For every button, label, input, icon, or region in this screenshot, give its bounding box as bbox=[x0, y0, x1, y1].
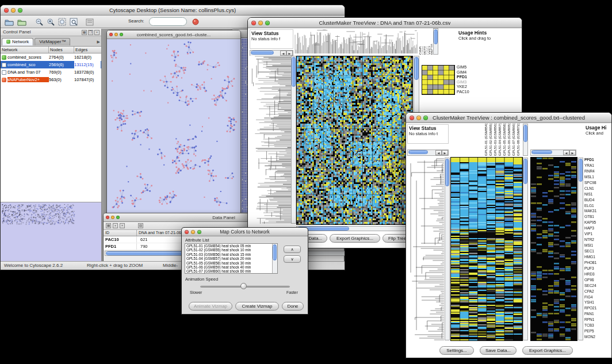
row-dendrogram[interactable] bbox=[407, 158, 444, 340]
attribute-list-item[interactable]: GPL51-05 (GSM858) heat shock 30 min bbox=[185, 261, 277, 265]
move-up-button[interactable]: ∧ bbox=[284, 246, 301, 253]
zoom-icon[interactable] bbox=[423, 116, 428, 120]
scroll-thumb[interactable] bbox=[251, 51, 274, 55]
map-colors-dialog[interactable]: Map Colors to Network Attribute List GPL… bbox=[181, 227, 308, 315]
heatmap-hscroll[interactable] bbox=[296, 226, 413, 231]
list-vscroll[interactable] bbox=[272, 244, 277, 273]
attribute-list-item[interactable]: GPL51-07 (GSM860) heat shock 60 min bbox=[185, 269, 277, 273]
scroll-thumb[interactable] bbox=[579, 159, 583, 182]
scroll-thumb[interactable] bbox=[273, 244, 277, 260]
zoom-icon[interactable] bbox=[18, 8, 22, 13]
export-graphics-button[interactable]: Export Graphics... bbox=[522, 346, 573, 355]
network-row[interactable]: sNAPuberNov2+563(0)107847(0) bbox=[1, 76, 101, 83]
treeview-combined-titlebar[interactable]: ClusterMaker TreeView : combined_scores_… bbox=[406, 113, 611, 123]
create-attribute-icon[interactable]: + bbox=[113, 223, 118, 228]
attribute-list-item[interactable]: GPL51-04 (GSM857) heat shock 20 min bbox=[185, 256, 277, 260]
close-icon[interactable] bbox=[109, 33, 113, 36]
export-graphics-button[interactable]: Export Graphics... bbox=[330, 234, 380, 243]
heatmap-view[interactable] bbox=[296, 56, 413, 225]
import-network-icon[interactable] bbox=[17, 17, 27, 26]
scroll-right-icon[interactable] bbox=[442, 150, 448, 155]
dock-icon[interactable]: ▦ bbox=[82, 30, 87, 35]
tree-vscroll[interactable] bbox=[445, 158, 450, 340]
close-panel-icon[interactable]: × bbox=[94, 30, 100, 35]
speed-slider-thumb[interactable] bbox=[240, 283, 247, 289]
zoom-in-icon[interactable] bbox=[45, 17, 56, 26]
secondary-hscroll[interactable] bbox=[530, 150, 576, 156]
close-icon[interactable] bbox=[251, 21, 256, 25]
close-icon[interactable] bbox=[106, 216, 109, 219]
done-button[interactable]: Done bbox=[282, 302, 304, 311]
attribute-list-item[interactable]: GPL51-01 (GSM854) heat shock 05 min bbox=[185, 244, 277, 248]
network-overview-thumbnail[interactable] bbox=[1, 202, 101, 261]
column-dendrogram[interactable] bbox=[294, 28, 418, 53]
correlation-matrix[interactable] bbox=[422, 65, 455, 95]
zoom-icon[interactable] bbox=[265, 21, 270, 25]
scroll-thumb[interactable] bbox=[531, 150, 552, 154]
scroll-left-icon[interactable] bbox=[563, 150, 569, 155]
secondary-heatmap[interactable] bbox=[530, 157, 577, 341]
settings-button[interactable]: Settings... bbox=[439, 346, 474, 355]
network-frame-titlebar[interactable]: combined_scores_good.txt--cluste... bbox=[107, 30, 240, 39]
animate-vizmap-button[interactable]: Animate Vizmap bbox=[189, 302, 232, 311]
zoom-fit-icon[interactable] bbox=[57, 17, 67, 26]
annotation-icon[interactable] bbox=[85, 17, 95, 26]
tree-hscroll[interactable] bbox=[407, 150, 449, 156]
float-icon[interactable]: ❐ bbox=[88, 30, 93, 35]
attribute-list-item[interactable]: GPL51-02 (GSM855) heat shock 10 min bbox=[185, 248, 277, 252]
plugin-icon[interactable] bbox=[190, 17, 201, 26]
create-vizmap-button[interactable]: Create Vizmap bbox=[235, 302, 279, 311]
attribute-list[interactable]: GPL51-01 (GSM854) heat shock 05 minGPL51… bbox=[185, 243, 278, 274]
col-nodes[interactable]: Nodes bbox=[49, 47, 74, 53]
labels-vscroll[interactable] bbox=[523, 124, 528, 156]
col-network[interactable]: Network bbox=[1, 47, 49, 53]
scroll-thumb[interactable] bbox=[523, 125, 527, 142]
col-edges[interactable]: Edges bbox=[74, 47, 101, 53]
tab-vizmapper[interactable]: VizMapper™ bbox=[35, 38, 70, 45]
scroll-thumb[interactable] bbox=[434, 29, 438, 44]
attribute-list-item[interactable]: GPL51-03 (GSM856) heat shock 15 min bbox=[185, 252, 277, 256]
heatmap-view[interactable] bbox=[450, 157, 523, 341]
network-row[interactable]: DNA and Tran 07769(0)183728(0) bbox=[1, 68, 101, 76]
labels-vscroll[interactable] bbox=[433, 28, 438, 55]
search-input[interactable] bbox=[149, 17, 187, 26]
attribute-list-item[interactable]: GPL51-06 (GSM859) heat shock 40 min bbox=[185, 265, 277, 269]
network-row[interactable]: combined_sco2569(6)13112(15) bbox=[1, 61, 101, 68]
zoom-out-icon[interactable] bbox=[34, 17, 44, 26]
scroll-thumb[interactable] bbox=[445, 159, 449, 186]
dialog-titlebar[interactable]: Map Colors to Network bbox=[182, 228, 308, 236]
zoom-selected-icon[interactable] bbox=[68, 17, 79, 26]
treeview-dna-titlebar[interactable]: ClusterMaker TreeView : DNA and Tran 07-… bbox=[248, 18, 522, 28]
minimize-icon[interactable] bbox=[258, 21, 263, 25]
close-icon[interactable] bbox=[410, 116, 414, 120]
heatmap-vscroll[interactable] bbox=[523, 158, 528, 340]
minimize-icon[interactable] bbox=[416, 116, 421, 120]
scroll-thumb[interactable] bbox=[292, 57, 296, 87]
row-dendrogram[interactable] bbox=[250, 56, 291, 224]
zoom-icon[interactable] bbox=[197, 230, 201, 234]
scroll-left-icon[interactable] bbox=[435, 150, 442, 155]
attribute-matrix-icon[interactable]: ▧ bbox=[138, 223, 143, 228]
scroll-right-icon[interactable] bbox=[286, 51, 293, 56]
network-graph-canvas[interactable] bbox=[107, 39, 240, 214]
minimize-icon[interactable] bbox=[11, 8, 16, 13]
tree-vscroll[interactable] bbox=[291, 56, 296, 224]
data-col-id[interactable]: ID bbox=[104, 230, 137, 236]
scroll-left-icon[interactable] bbox=[280, 51, 286, 56]
open-session-icon[interactable] bbox=[4, 17, 14, 26]
scroll-right-icon[interactable] bbox=[569, 150, 576, 155]
select-attributes-icon[interactable]: ▦ bbox=[106, 223, 111, 228]
scroll-thumb[interactable] bbox=[408, 150, 428, 154]
cytoscape-titlebar[interactable]: Cytoscape Desktop (Session Name: collins… bbox=[1, 5, 345, 16]
minimize-icon[interactable] bbox=[111, 216, 114, 219]
tab-overflow-icon[interactable]: ▶ bbox=[97, 40, 100, 44]
save-data-button[interactable]: Save Data... bbox=[480, 346, 517, 355]
move-down-button[interactable]: ∨ bbox=[284, 255, 301, 263]
window-controls[interactable] bbox=[4, 8, 22, 13]
delete-attribute-icon[interactable]: × bbox=[120, 223, 125, 228]
treeview-combined-window[interactable]: ClusterMaker TreeView : combined_scores_… bbox=[406, 112, 612, 358]
zoom-icon[interactable] bbox=[116, 216, 120, 219]
zoom-icon[interactable] bbox=[120, 33, 123, 36]
close-icon[interactable] bbox=[185, 230, 189, 234]
scroll-thumb[interactable] bbox=[523, 159, 527, 184]
